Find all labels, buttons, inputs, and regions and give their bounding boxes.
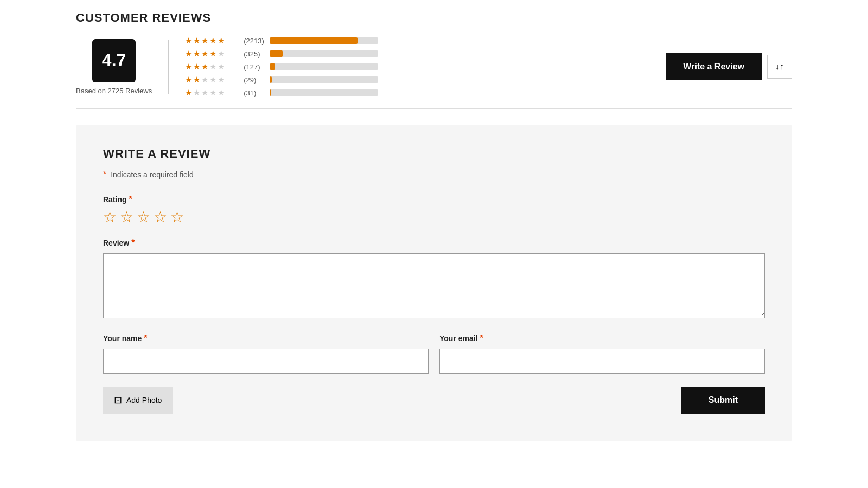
star-empty: ★ [218, 62, 225, 72]
rating-field-label: Rating * [103, 195, 765, 204]
review-textarea[interactable] [103, 253, 765, 318]
star-5[interactable]: ☆ [170, 210, 184, 225]
email-input[interactable] [439, 349, 765, 374]
name-field-label: Your name * [103, 333, 429, 343]
bar-fill [270, 50, 283, 57]
bar-stars: ★★★★★ [185, 88, 239, 98]
name-field-group: Your name * [103, 333, 429, 374]
add-photo-button[interactable]: ⊡ Add Photo [103, 387, 173, 414]
bar-stars: ★★★★★ [185, 75, 239, 85]
review-required-star: * [131, 238, 135, 248]
star-empty: ★ [209, 62, 216, 72]
name-required-star: * [144, 333, 147, 343]
bar-row: ★★★★★(2213) [185, 36, 402, 46]
rating-stars-input[interactable]: ☆ ☆ ☆ ☆ ☆ [103, 210, 765, 225]
section-title: CUSTOMER REVIEWS [76, 11, 792, 25]
bar-track [270, 76, 378, 83]
bar-row: ★★★★★(127) [185, 62, 402, 72]
reviews-summary: 4.7 Based on 2725 Reviews ★★★★★(2213)★★★… [76, 36, 792, 98]
rating-bars: ★★★★★(2213)★★★★★(325)★★★★★(127)★★★★★(29)… [185, 36, 402, 98]
page-wrapper: CUSTOMER REVIEWS 4.7 Based on 2725 Revie… [0, 0, 868, 452]
bar-count: (325) [244, 50, 265, 58]
rating-based: Based on 2725 Reviews [76, 87, 152, 95]
star-filled: ★ [185, 62, 192, 72]
star-empty: ★ [201, 88, 208, 98]
bar-track [270, 89, 378, 96]
star-empty: ★ [218, 75, 225, 85]
email-field-label: Your email * [439, 333, 765, 343]
bar-track [270, 63, 378, 70]
star-3[interactable]: ☆ [137, 210, 150, 225]
star-empty: ★ [209, 88, 216, 98]
star-empty: ★ [201, 75, 208, 85]
bar-fill [270, 89, 271, 96]
sort-button[interactable]: ↓↑ [767, 55, 792, 79]
star-filled: ★ [209, 36, 216, 46]
bar-row: ★★★★★(31) [185, 88, 402, 98]
customer-reviews-section: CUSTOMER REVIEWS 4.7 Based on 2725 Revie… [76, 11, 792, 109]
star-empty: ★ [218, 88, 225, 98]
star-filled: ★ [193, 62, 200, 72]
star-2[interactable]: ☆ [120, 210, 133, 225]
bar-stars: ★★★★★ [185, 49, 239, 59]
email-required-star: * [480, 333, 483, 343]
star-4[interactable]: ☆ [154, 210, 167, 225]
star-filled: ★ [185, 49, 192, 59]
photo-icon: ⊡ [114, 394, 122, 406]
submit-button[interactable]: Submit [681, 387, 765, 414]
star-empty: ★ [209, 75, 216, 85]
star-filled: ★ [193, 49, 200, 59]
star-filled: ★ [201, 36, 208, 46]
star-filled: ★ [193, 36, 200, 46]
star-filled: ★ [201, 49, 208, 59]
bar-track [270, 50, 378, 57]
sort-icon: ↓↑ [775, 62, 784, 72]
write-review-area: Write a Review ↓↑ [666, 53, 792, 80]
star-filled: ★ [218, 36, 225, 46]
star-filled: ★ [201, 62, 208, 72]
bar-fill [270, 76, 272, 83]
review-field-label: Review * [103, 238, 765, 248]
bar-row: ★★★★★(29) [185, 75, 402, 85]
vertical-divider [168, 40, 169, 94]
bar-count: (127) [244, 63, 265, 71]
rating-required-star: * [129, 195, 132, 204]
bar-count: (2213) [244, 37, 265, 45]
bar-row: ★★★★★(325) [185, 49, 402, 59]
bar-stars: ★★★★★ [185, 62, 239, 72]
star-empty: ★ [218, 49, 225, 59]
star-filled: ★ [193, 75, 200, 85]
name-input[interactable] [103, 349, 429, 374]
star-empty: ★ [193, 88, 200, 98]
star-filled: ★ [185, 75, 192, 85]
horizontal-divider [76, 108, 792, 109]
bar-track [270, 37, 378, 44]
write-review-button[interactable]: Write a Review [666, 53, 762, 80]
star-filled: ★ [185, 88, 192, 98]
bar-fill [270, 37, 358, 44]
bar-stars: ★★★★★ [185, 36, 239, 46]
rating-box: 4.7 Based on 2725 Reviews [76, 39, 152, 95]
required-star-indicator: * [103, 170, 106, 179]
form-title: WRITE A REVIEW [103, 147, 765, 161]
name-email-row: Your name * Your email * [103, 333, 765, 374]
star-1[interactable]: ☆ [103, 210, 117, 225]
email-field-group: Your email * [439, 333, 765, 374]
form-actions: ⊡ Add Photo Submit [103, 387, 765, 414]
bar-count: (31) [244, 89, 265, 97]
write-review-form-section: WRITE A REVIEW * Indicates a required fi… [76, 125, 792, 441]
star-filled: ★ [185, 36, 192, 46]
required-note: * Indicates a required field [103, 170, 765, 179]
rating-score: 4.7 [92, 39, 136, 82]
bar-fill [270, 63, 275, 70]
bar-count: (29) [244, 76, 265, 84]
star-filled: ★ [209, 49, 216, 59]
